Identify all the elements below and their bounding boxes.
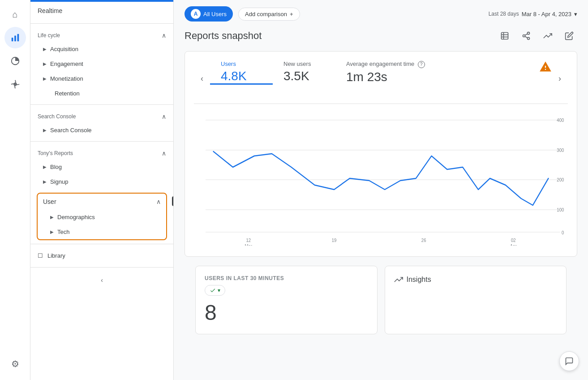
circle-chart-icon[interactable] — [4, 50, 26, 72]
date-range-value: Mar 8 - Apr 4, 2023 — [522, 11, 571, 17]
sidebar: Realtime Life cycle ∧ ▶ Acquisition ▶ En… — [30, 0, 174, 380]
add-comparison-button[interactable]: Add comparison + — [238, 8, 300, 21]
svg-text:Mar: Mar — [245, 243, 253, 246]
sidebar-item-search-console[interactable]: ▶ Search Console — [30, 123, 173, 138]
edit-icon[interactable] — [561, 28, 577, 44]
bottom-cards: USERS IN LAST 30 MINUTES ▾ 8 Insights — [185, 266, 577, 345]
divider-4 — [30, 244, 173, 244]
svg-point-9 — [528, 32, 530, 35]
metric-new-users-value: 3.5K — [283, 69, 325, 83]
sidebar-item-signup[interactable]: ▶ Signup — [30, 174, 173, 189]
insights-button[interactable]: Insights — [394, 275, 558, 284]
insights-card: Insights — [385, 266, 567, 334]
metric-engagement[interactable]: Average engagement time ? 1m 23s — [335, 60, 436, 84]
svg-text:400: 400 — [557, 117, 564, 123]
collapse-arrow-icon: ‹ — [101, 276, 103, 284]
metric-users-value: 4.8K — [221, 69, 262, 83]
svg-text:0: 0 — [562, 230, 564, 235]
metrics-row: ‹ Users 4.8K New users 3.5K Average enga… — [194, 60, 568, 104]
share-icon[interactable] — [518, 28, 534, 44]
arrow-icon: ▶ — [43, 47, 47, 52]
all-users-label: All Users — [203, 11, 227, 17]
realtime-card-title: USERS IN LAST 30 MINUTES — [205, 275, 368, 281]
svg-text:02: 02 — [511, 238, 516, 243]
help-icon[interactable]: ? — [418, 61, 425, 68]
metric-engagement-value: 1m 23s — [346, 70, 425, 84]
svg-text:19: 19 — [332, 238, 337, 243]
trending-icon[interactable] — [540, 28, 556, 44]
svg-rect-5 — [502, 33, 508, 39]
dropdown-icon: ▾ — [574, 11, 577, 17]
metric-users[interactable]: Users 4.8K — [210, 60, 273, 85]
realtime-label: Realtime — [38, 7, 62, 14]
snapshot-title-row: Reports snapshot — [185, 28, 577, 44]
metric-nav-right[interactable]: › — [552, 60, 568, 96]
insights-label: Insights — [407, 276, 431, 284]
section-lifecycle: Life cycle ∧ — [30, 27, 173, 42]
svg-text:200: 200 — [557, 177, 564, 182]
sidebar-item-engagement[interactable]: ▶ Engagement — [30, 56, 173, 71]
section-search-console: Search Console ∧ — [30, 108, 173, 123]
feedback-button[interactable] — [559, 351, 579, 371]
svg-point-10 — [523, 35, 525, 37]
svg-rect-0 — [11, 38, 13, 41]
line-chart: 400 300 200 100 0 12 Mar 19 26 02 Apr — [194, 111, 568, 246]
snapshot-action-icons — [497, 28, 577, 44]
svg-text:12: 12 — [246, 238, 251, 243]
settings-icon[interactable]: ⚙ — [4, 353, 26, 375]
sidebar-item-monetization[interactable]: ▶ Monetization — [30, 71, 173, 86]
metric-nav-left[interactable]: ‹ — [194, 60, 210, 96]
plus-icon: + — [290, 11, 293, 17]
icon-rail: ⌂ ⚙ — [0, 0, 30, 380]
metric-new-users[interactable]: New users 3.5K — [273, 60, 335, 83]
all-users-chip[interactable]: A All Users — [185, 6, 233, 22]
svg-line-13 — [525, 34, 528, 35]
sidebar-collapse-button[interactable]: ‹ — [30, 271, 173, 289]
sidebar-item-acquisition[interactable]: ▶ Acquisition — [30, 42, 173, 56]
divider-2 — [30, 104, 173, 105]
arrow-icon: ▶ — [43, 164, 47, 169]
arrow-icon: ▶ — [43, 61, 47, 66]
home-icon[interactable]: ⌂ — [4, 4, 26, 25]
add-comparison-label: Add comparison — [245, 11, 287, 17]
svg-rect-2 — [17, 34, 19, 42]
realtime-value: 8 — [205, 300, 368, 325]
svg-text:26: 26 — [421, 238, 426, 243]
snapshot-container: Reports snapshot — [174, 28, 588, 345]
metric-new-users-label: New users — [283, 60, 325, 67]
chip-row: ▾ — [205, 285, 368, 296]
sidebar-item-realtime[interactable]: Realtime — [30, 2, 173, 20]
arrow-icon: ▶ — [43, 179, 47, 184]
warning-icon — [539, 60, 552, 73]
user-section: User ∧ ▶ Demographics ▶ Tech — [37, 193, 167, 240]
page-title: Reports snapshot — [185, 30, 262, 42]
library-icon: ☐ — [38, 252, 43, 259]
status-chip[interactable]: ▾ — [205, 285, 225, 296]
chevron-down-icon: ▾ — [218, 287, 220, 294]
bar-chart-icon[interactable] — [4, 27, 26, 48]
svg-point-11 — [528, 37, 530, 39]
sidebar-item-blog[interactable]: ▶ Blog — [30, 160, 173, 174]
table-icon[interactable] — [497, 28, 513, 44]
satellite-icon[interactable] — [4, 73, 26, 95]
last-days-label: Last 28 days — [489, 11, 519, 17]
metric-engagement-label: Average engagement time ? — [346, 60, 425, 68]
svg-line-12 — [525, 36, 528, 38]
chart-area: 400 300 200 100 0 12 Mar 19 26 02 Apr — [194, 104, 568, 247]
user-section-header[interactable]: User ∧ — [38, 194, 166, 210]
svg-text:100: 100 — [557, 207, 564, 212]
sidebar-item-demographics[interactable]: ▶ Demographics — [38, 210, 166, 225]
date-range-picker[interactable]: Last 28 days Mar 8 - Apr 4, 2023 ▾ — [489, 11, 577, 17]
sidebar-item-retention[interactable]: Retention — [30, 86, 173, 101]
main-content: A All Users Add comparison + Last 28 day… — [174, 0, 588, 380]
sidebar-item-tech[interactable]: ▶ Tech — [38, 225, 166, 239]
realtime-card: USERS IN LAST 30 MINUTES ▾ 8 — [195, 266, 378, 334]
avatar: A — [191, 9, 201, 19]
sidebar-item-library[interactable]: ☐ Library — [30, 248, 173, 263]
divider-1 — [30, 23, 173, 24]
divider-5 — [30, 267, 173, 268]
svg-rect-1 — [14, 35, 16, 41]
section-tonys-reports: Tony's Reports ∧ — [30, 145, 173, 160]
main-header: A All Users Add comparison + Last 28 day… — [174, 0, 588, 28]
metric-users-label: Users — [221, 60, 262, 67]
